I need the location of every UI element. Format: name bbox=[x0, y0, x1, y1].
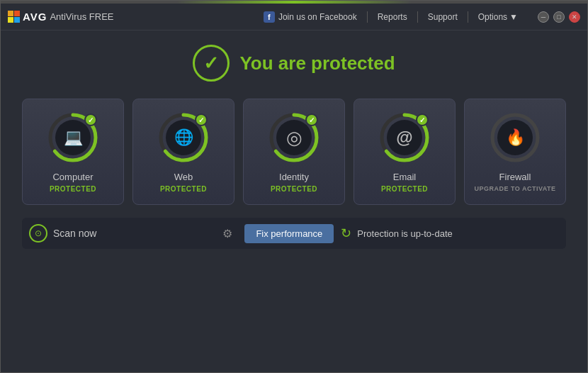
settings-gear-button[interactable]: ⚙ bbox=[217, 223, 237, 243]
computer-card-name: Computer bbox=[52, 172, 93, 182]
fix-performance-button[interactable]: Fix performance bbox=[244, 224, 334, 243]
identity-card-status: PROTECTED bbox=[271, 185, 317, 193]
email-icon: @ bbox=[387, 120, 422, 155]
facebook-icon: f bbox=[264, 11, 275, 23]
web-icon: 🌐 bbox=[166, 120, 201, 155]
protected-header: You are protected bbox=[193, 45, 395, 82]
identity-icon: ◎ bbox=[276, 120, 312, 155]
email-card-name: Email bbox=[393, 172, 417, 182]
firewall-icon: 🔥 bbox=[497, 120, 533, 155]
main-content: You are protected 💻 ✓ Computer PROTECTED bbox=[1, 30, 587, 372]
firewall-card[interactable]: 🔥 Firewall UPGRADE TO ACTIVATE bbox=[464, 99, 566, 205]
minimize-button[interactable]: ─ bbox=[538, 11, 549, 23]
logo-text: AVG bbox=[23, 11, 47, 23]
logo-sq-yellow bbox=[8, 17, 13, 23]
computer-card[interactable]: 💻 ✓ Computer PROTECTED bbox=[22, 99, 124, 205]
identity-icon-container: ◎ ✓ bbox=[268, 112, 320, 163]
logo-sq-orange bbox=[8, 11, 13, 16]
options-label: Options bbox=[478, 12, 507, 22]
computer-check-badge: ✓ bbox=[84, 113, 97, 126]
bottom-bar: ⊙ Scan now ⚙ Fix performance ↻ Protectio… bbox=[22, 218, 566, 249]
product-name: AntiVirus FREE bbox=[50, 11, 113, 22]
facebook-label: Join us on Facebook bbox=[278, 12, 357, 22]
protected-text: You are protected bbox=[239, 52, 395, 74]
logo-sq-red bbox=[14, 11, 20, 16]
update-label: Protection is up-to-date bbox=[357, 228, 452, 239]
divider-3 bbox=[468, 11, 468, 23]
scan-section: ⊙ Scan now bbox=[29, 224, 210, 243]
update-icon: ↻ bbox=[341, 226, 351, 241]
logo-icon: AVG AntiVirus FREE bbox=[8, 11, 113, 23]
options-chevron-icon: ▼ bbox=[509, 12, 518, 22]
computer-card-status: PROTECTED bbox=[50, 185, 96, 193]
divider-1 bbox=[367, 11, 368, 23]
update-section: ↻ Protection is up-to-date bbox=[341, 226, 559, 241]
email-check-badge: ✓ bbox=[416, 113, 429, 126]
web-card-status: PROTECTED bbox=[160, 185, 207, 193]
email-card-status: PROTECTED bbox=[381, 185, 428, 193]
web-card[interactable]: 🌐 ✓ Web PROTECTED bbox=[132, 99, 234, 205]
firewall-card-name: Firewall bbox=[499, 172, 531, 182]
email-icon-container: @ ✓ bbox=[379, 112, 430, 163]
restore-button[interactable]: □ bbox=[553, 11, 565, 23]
title-bar-right: f Join us on Facebook Reports Support Op… bbox=[264, 11, 580, 23]
identity-card[interactable]: ◎ ✓ Identity PROTECTED bbox=[243, 99, 345, 205]
cards-grid: 💻 ✓ Computer PROTECTED 🌐 ✓ Web PROTECTE bbox=[22, 99, 566, 205]
main-window: AVG AntiVirus FREE f Join us on Facebook… bbox=[0, 0, 588, 373]
scan-label[interactable]: Scan now bbox=[53, 228, 96, 239]
title-bar-left: AVG AntiVirus FREE bbox=[8, 11, 113, 23]
firewall-card-status: UPGRADE TO ACTIVATE bbox=[474, 185, 555, 192]
title-bar: AVG AntiVirus FREE f Join us on Facebook… bbox=[1, 4, 587, 30]
web-check-badge: ✓ bbox=[195, 113, 208, 126]
identity-card-name: Identity bbox=[279, 172, 309, 182]
identity-check-badge: ✓ bbox=[305, 113, 318, 126]
web-icon-container: 🌐 ✓ bbox=[158, 112, 209, 163]
computer-icon-container: 💻 ✓ bbox=[47, 112, 98, 163]
email-card[interactable]: @ ✓ Email PROTECTED bbox=[354, 99, 456, 205]
reports-link[interactable]: Reports bbox=[378, 12, 407, 22]
logo-sq-blue bbox=[14, 17, 20, 23]
options-link[interactable]: Options ▼ bbox=[478, 12, 518, 22]
window-controls: ─ □ ✕ bbox=[538, 11, 580, 23]
close-button[interactable]: ✕ bbox=[569, 11, 580, 23]
support-link[interactable]: Support bbox=[428, 12, 458, 22]
computer-icon: 💻 bbox=[55, 120, 91, 155]
divider-2 bbox=[417, 11, 418, 23]
web-card-name: Web bbox=[174, 172, 193, 182]
logo-squares bbox=[8, 11, 20, 23]
scan-icon: ⊙ bbox=[29, 224, 47, 243]
protected-check-icon bbox=[193, 45, 230, 82]
firewall-icon-container: 🔥 bbox=[490, 112, 541, 163]
facebook-link[interactable]: f Join us on Facebook bbox=[264, 11, 357, 23]
